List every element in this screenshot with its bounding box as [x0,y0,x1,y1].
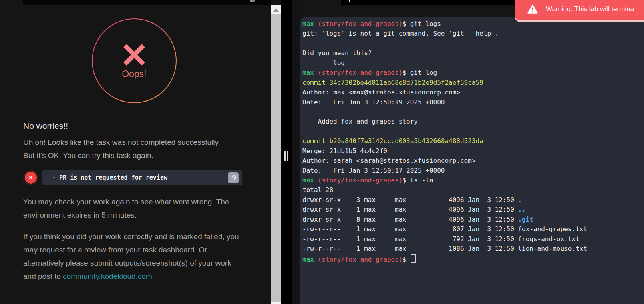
result-heading: No worries!! [23,121,68,131]
oops-label: Oops! [92,69,177,80]
review-message: If you think you did your work correctly… [23,230,259,283]
terminal-line: max (story/fox-and-grapes)$ ls -la [302,176,587,185]
left-panel-top-bar [23,0,271,5]
terminal-line: drwxr-sr-x 1 max max 4096 Jan 3 12:50 .. [302,205,587,214]
top-cursor-tick [349,0,350,2]
error-x-icon [122,42,146,67]
cropped-toolbar-icon [250,0,255,2]
terminal-line [302,39,587,48]
split-gutter-shade [292,0,300,304]
copy-button[interactable] [228,172,239,183]
terminal-line: drwxr-sr-x 8 max max 4096 Jan 3 12:50 .g… [302,215,587,224]
link-prefix: and post to [23,272,63,280]
terminal-line: Author: max <max@stratos.xfusioncorp.com… [302,88,587,97]
terminal-line [302,127,587,136]
terminal-line: max (story/fox-and-grapes)$ git log [302,68,587,78]
terminal-panel[interactable]: max (story/fox-and-grapes)$ git logsgit:… [300,17,644,304]
terminal-line: commit b20a840f7a3142cccd003a5b432668a48… [302,136,587,146]
warning-triangle-icon [527,4,538,14]
terminal-line [302,107,587,117]
terminal-output: max (story/fox-and-grapes)$ git logsgit:… [302,19,587,264]
copy-icon [231,175,236,181]
warning-text: Warning: This lab will termina [546,0,634,20]
error-detail-box: - PR is not requested for review [42,170,242,185]
terminal-line: max (story/fox-and-grapes)$ [302,254,587,264]
terminal-line: Author: sarah <sarah@stratos.xfusioncorp… [302,156,587,166]
terminal-line: Added fox-and-grapes story [302,117,587,126]
terminal-line: Merge: 21db1b5 4c4c2f0 [302,146,587,156]
screen: Oops! No worries!! Uh oh! Looks like the… [0,0,644,304]
terminal-line: -rw-r--r-- 1 max max 807 Jan 3 12:50 fox… [302,224,587,234]
result-panel: Oops! No worries!! Uh oh! Looks like the… [0,0,271,304]
scrollbar-up-arrow[interactable] [271,5,281,14]
terminal-line: commit 34c7302be4d811ab68e8d71b2e9d5f2ae… [302,78,587,88]
warning-banner: Warning: This lab will termina [515,0,644,22]
result-message: Uh oh! Looks like the task was not compl… [23,136,259,162]
terminal-line: git: 'logs' is not a git command. See 'g… [302,29,587,38]
terminal-line: Did you mean this? [302,48,587,58]
terminal-cursor [411,254,416,263]
hint-message: You may check your work again to see wha… [23,195,259,222]
community-link[interactable]: community.kodekloud.com [63,272,152,280]
error-row: ✕ - PR is not requested for review [0,170,271,186]
terminal-line: -rw-r--r-- 1 max max 792 Jan 3 12:50 fro… [302,234,587,244]
terminal-line: Date: Fri Jan 3 12:50:19 2025 +0000 [302,98,587,107]
terminal-line: drwxr-sr-x 3 max max 4096 Jan 3 12:50 . [302,195,587,205]
error-detail-text: - PR is not requested for review [52,170,167,185]
terminal-line: log [302,58,587,68]
error-badge-icon: ✕ [25,172,37,184]
terminal-line: Date: Fri Jan 3 12:50:17 2025 +0000 [302,166,587,176]
split-drag-handle-icon[interactable] [284,151,289,161]
terminal-line: total 28 [302,185,587,195]
scrollbar-thumb[interactable] [271,14,281,302]
terminal-line: -rw-r--r-- 1 max max 1086 Jan 3 12:50 li… [302,244,587,254]
